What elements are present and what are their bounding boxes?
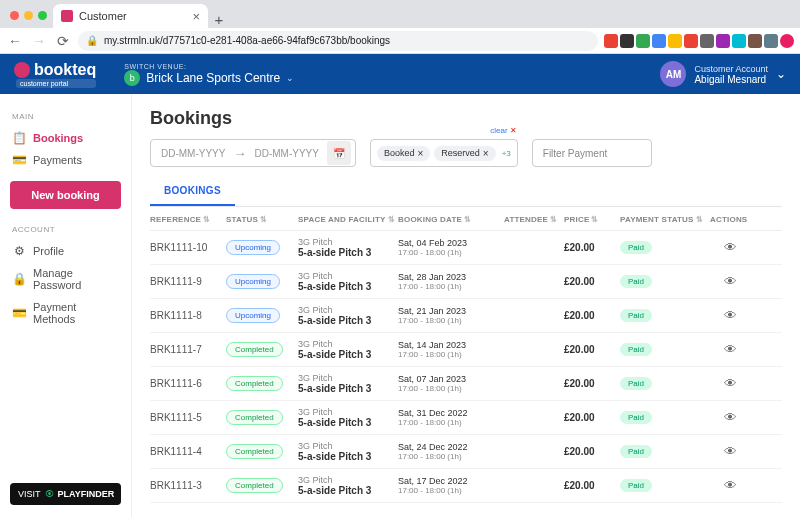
col-booking-date[interactable]: BOOKING DATE⇅	[398, 215, 504, 224]
cell-price: £20.00	[564, 412, 620, 423]
view-booking-button[interactable]: 👁	[710, 308, 750, 323]
chip-reserved[interactable]: Reserved×	[434, 146, 495, 161]
calendar-icon[interactable]: 📅	[327, 141, 351, 165]
ext-icon[interactable]	[732, 34, 746, 48]
view-booking-button[interactable]: 👁	[710, 410, 750, 425]
view-booking-button[interactable]: 👁	[710, 376, 750, 391]
sort-icon: ⇅	[203, 215, 210, 224]
view-booking-button[interactable]: 👁	[710, 342, 750, 357]
cell-facility: 3G Pitch5-a-side Pitch 3	[298, 475, 398, 496]
col-facility[interactable]: SPACE AND FACILITY⇅	[298, 215, 398, 224]
cell-date: Sat, 21 Jan 202317:00 - 18:00 (1h)	[398, 306, 504, 325]
remove-chip-icon[interactable]: ×	[483, 148, 489, 159]
browser-toolbar: ← → ⟳ 🔒 my.strmln.uk/d77571c0-e281-408a-…	[0, 28, 800, 54]
table-row: BRK1111-8Upcoming3G Pitch5-a-side Pitch …	[150, 299, 782, 333]
cell-reference: BRK1111-7	[150, 344, 226, 355]
maximize-window-icon[interactable]	[38, 11, 47, 20]
address-bar[interactable]: 🔒 my.strmln.uk/d77571c0-e281-408a-ae66-9…	[78, 31, 598, 51]
table-header: REFERENCE⇅ STATUS⇅ SPACE AND FACILITY⇅ B…	[150, 207, 782, 231]
filter-bar: DD-MM-YYYY → DD-MM-YYYY 📅 clear ✕ Booked…	[150, 139, 782, 167]
view-booking-button[interactable]: 👁	[710, 240, 750, 255]
cell-date: Sat, 07 Jan 202317:00 - 18:00 (1h)	[398, 374, 504, 393]
logo-text: bookteq	[34, 61, 96, 79]
sidebar-item-bookings[interactable]: 📋 Bookings	[10, 127, 121, 149]
clear-filters-link[interactable]: clear ✕	[490, 126, 517, 135]
cell-facility: 3G Pitch5-a-side Pitch 3	[298, 373, 398, 394]
cell-date: Sat, 31 Dec 202217:00 - 18:00 (1h)	[398, 408, 504, 427]
payment-badge: Paid	[620, 445, 652, 458]
date-range-input[interactable]: DD-MM-YYYY → DD-MM-YYYY 📅	[150, 139, 356, 167]
view-booking-button[interactable]: 👁	[710, 444, 750, 459]
app-header: bookteq customer portal SWITCH VENUE: b …	[0, 54, 800, 94]
minimize-window-icon[interactable]	[24, 11, 33, 20]
section-account-label: ACCOUNT	[12, 225, 121, 234]
sidebar-item-label: Bookings	[33, 132, 83, 144]
table-row: BRK1111-3Completed3G Pitch5-a-side Pitch…	[150, 469, 782, 503]
card-icon: 💳	[12, 154, 26, 166]
close-window-icon[interactable]	[10, 11, 19, 20]
more-chips-count: +3	[502, 149, 511, 158]
cell-reference: BRK1111-9	[150, 276, 226, 287]
ext-icon[interactable]	[636, 34, 650, 48]
cell-price: £20.00	[564, 310, 620, 321]
cell-status: Completed	[226, 410, 298, 425]
col-status[interactable]: STATUS⇅	[226, 215, 298, 224]
view-booking-button[interactable]: 👁	[710, 478, 750, 493]
view-booking-button[interactable]: 👁	[710, 274, 750, 289]
profile-avatar-icon[interactable]	[780, 34, 794, 48]
col-price[interactable]: PRICE⇅	[564, 215, 620, 224]
reload-button[interactable]: ⟳	[54, 33, 72, 49]
close-tab-icon[interactable]: ×	[192, 9, 200, 24]
sort-icon: ⇅	[260, 215, 267, 224]
logo[interactable]: bookteq customer portal	[14, 61, 96, 88]
ext-icon[interactable]	[764, 34, 778, 48]
chevron-down-icon: ⌄	[776, 67, 786, 81]
cell-status: Completed	[226, 376, 298, 391]
cell-reference: BRK1111-10	[150, 242, 226, 253]
ext-icon[interactable]	[684, 34, 698, 48]
remove-chip-icon[interactable]: ×	[417, 148, 423, 159]
lock-icon: 🔒	[86, 35, 98, 46]
playfinder-link[interactable]: VISIT ⦿ PLAYFINDER	[10, 483, 121, 505]
ext-icon[interactable]	[668, 34, 682, 48]
ext-icon[interactable]	[620, 34, 634, 48]
cell-payment: Paid	[620, 479, 710, 492]
account-menu[interactable]: AM Customer Account Abigail Mesnard ⌄	[660, 61, 786, 87]
cell-price: £20.00	[564, 344, 620, 355]
col-reference[interactable]: REFERENCE⇅	[150, 215, 226, 224]
col-payment-status[interactable]: PAYMENT STATUS⇅	[620, 215, 710, 224]
ext-icon[interactable]	[700, 34, 714, 48]
new-booking-button[interactable]: New booking	[10, 181, 121, 209]
table-row: BRK1111-6Completed3G Pitch5-a-side Pitch…	[150, 367, 782, 401]
section-main-label: MAIN	[12, 112, 121, 121]
chip-booked[interactable]: Booked×	[377, 146, 430, 161]
cell-payment: Paid	[620, 343, 710, 356]
ext-icon[interactable]	[716, 34, 730, 48]
table-row: BRK1111-4Completed3G Pitch5-a-side Pitch…	[150, 435, 782, 469]
cell-payment: Paid	[620, 445, 710, 458]
tab-bookings[interactable]: BOOKINGS	[150, 177, 235, 206]
switch-venue-label: SWITCH VENUE:	[124, 63, 294, 70]
portal-tag: customer portal	[16, 79, 96, 88]
back-button[interactable]: ←	[6, 33, 24, 49]
forward-button[interactable]: →	[30, 33, 48, 49]
browser-tab[interactable]: Customer ×	[53, 4, 208, 28]
ext-icon[interactable]	[748, 34, 762, 48]
col-attendee[interactable]: ATTENDEE⇅	[504, 215, 564, 224]
venue-switcher[interactable]: SWITCH VENUE: b Brick Lane Sports Centre…	[124, 63, 294, 86]
new-tab-button[interactable]: +	[208, 11, 230, 28]
payment-filter[interactable]: Filter Payment	[532, 139, 652, 167]
cell-status: Completed	[226, 478, 298, 493]
cell-facility: 3G Pitch5-a-side Pitch 3	[298, 305, 398, 326]
sidebar-item-payment-methods[interactable]: 💳 Payment Methods	[10, 296, 121, 330]
ext-icon[interactable]	[652, 34, 666, 48]
cell-reference: BRK1111-8	[150, 310, 226, 321]
payment-badge: Paid	[620, 241, 652, 254]
sidebar-item-password[interactable]: 🔒 Manage Password	[10, 262, 121, 296]
sidebar-item-profile[interactable]: ⚙ Profile	[10, 240, 121, 262]
cell-payment: Paid	[620, 411, 710, 424]
status-filter[interactable]: clear ✕ Booked× Reserved× +3	[370, 139, 518, 167]
ext-icon[interactable]	[604, 34, 618, 48]
sidebar-item-payments[interactable]: 💳 Payments	[10, 149, 121, 171]
cell-status: Completed	[226, 342, 298, 357]
